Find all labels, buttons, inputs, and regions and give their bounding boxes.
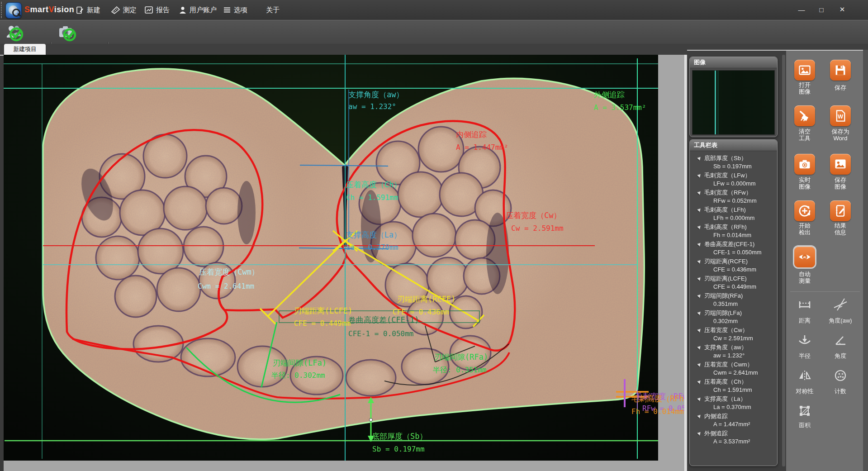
result-info-button[interactable] (830, 200, 851, 221)
tool-list-panel-header[interactable]: 工具栏表 (690, 140, 777, 151)
menu-measure[interactable]: 测定 (111, 0, 137, 20)
menu-options[interactable]: 选项 (223, 0, 247, 20)
tool-list-item[interactable]: 压着高度（Ch）Ch = 1.591mm (696, 378, 775, 395)
maximize-button[interactable]: □ (812, 3, 830, 16)
lfa-label: 刃端间隙(LFa) (273, 358, 327, 367)
tool-list-item[interactable]: 内侧追踪A = 1.447mm² (696, 412, 775, 429)
menu-about[interactable]: 关于 (266, 0, 280, 20)
tool-list-panel: 工具栏表 底部厚度（Sb）Sb = 0.197mm 毛刺宽度（LFw）LFw =… (689, 139, 778, 466)
rcfe-label: 刃端距离(RCFE) (397, 295, 455, 304)
tool-list-item[interactable]: 刃端距离(RCFE)CFE = 0.436mm (696, 257, 775, 275)
sb-thickness-label: 底部厚度（Sb） (372, 432, 427, 441)
save-image-label: 保存图像 (825, 176, 856, 190)
result-info-label: 结果信息 (825, 222, 856, 236)
tool-list-item[interactable]: 支撑高度（La）La = 0.370mm (696, 395, 775, 412)
tool-list-item[interactable]: 毛刺宽度（RFw）RFw = 0.052mm (696, 189, 775, 206)
tool-symmetry[interactable] (797, 369, 812, 382)
image-thumbnail[interactable] (692, 70, 775, 135)
tool-list-item[interactable]: 毛刺宽度（LFw）LFw = 0.000mm (696, 171, 775, 189)
tool-distance-label: 距离 (785, 317, 824, 325)
tool-list-item[interactable]: 底部厚度（Sb）Sb = 0.197mm (696, 154, 775, 171)
image-viewport[interactable]: 支撑角度（aw） aw = 1.232° 外侧追踪 A = 3.537mm² 内… (4, 55, 688, 471)
area-icon (797, 404, 812, 418)
tool-angle-aw[interactable] (833, 298, 848, 311)
tool-list-item[interactable]: 刃端距离(LCFE)CFE = 0.449mm (696, 275, 775, 292)
outer-trace-label: 外侧追踪 (594, 90, 625, 99)
start-detect-button[interactable] (794, 200, 815, 221)
menu-report[interactable]: 报告 (145, 0, 170, 20)
new-document-icon (76, 6, 84, 14)
tool-marker-icon (697, 242, 701, 246)
title-bar: SmartVision 新建 测定 报告 用户账户 选项 关于 — □ ✕ (0, 0, 868, 20)
lcfe-value: CFE = 0.449mm (294, 319, 351, 328)
rfa-label: 刃端间隙(RFa) (434, 352, 488, 362)
ruler-icon (111, 6, 120, 14)
tool-angle[interactable] (833, 334, 848, 347)
tool-angle-aw-label: 角度(aw) (821, 317, 860, 325)
measurement-canvas[interactable]: 支撑角度（aw） aw = 1.232° 外侧追踪 A = 3.537mm² 内… (4, 55, 688, 471)
tool-list-item[interactable]: 刃端间隙(LFa)0.302mm (696, 309, 775, 326)
tool-radius[interactable] (797, 334, 812, 347)
tool-list-item[interactable]: 支撑角度（aw）aw = 1.232° (696, 343, 775, 361)
discover-camera-icon[interactable] (57, 22, 77, 42)
tool-marker-icon (697, 190, 701, 195)
save-image-button[interactable] (830, 154, 851, 175)
tool-marker-icon (697, 380, 701, 384)
admin-user-icon[interactable] (5, 22, 24, 42)
tool-list-item[interactable]: 毛刺高度（LFh)LFh = 0.000mm (696, 206, 775, 223)
smartvision-window: SmartVision 新建 测定 报告 用户账户 选项 关于 — □ ✕ (0, 0, 868, 471)
tool-list-item[interactable]: 压着宽度（Cwm）Cwm = 2.641mm (696, 361, 775, 378)
tool-list-item[interactable]: 刃端间隙(RFa)0.351mm (696, 292, 775, 309)
tool-count[interactable] (833, 369, 848, 382)
tool-marker-icon (697, 208, 701, 212)
open-image-button[interactable] (794, 60, 815, 81)
window-edge (863, 50, 868, 471)
tool-count-label: 计数 (821, 387, 860, 395)
cw-width-label: 压着宽度（Cw） (506, 211, 561, 220)
image-panel-header[interactable]: 图像 (690, 57, 777, 68)
cfe1-label: 卷曲高度差(CFE-1) (348, 315, 419, 324)
save-floppy-icon (834, 63, 847, 77)
tool-marker-icon (697, 311, 701, 315)
cw-width-value: Cw = 2.591mm (511, 224, 564, 233)
broom-icon (798, 109, 811, 123)
minimize-button[interactable]: — (792, 3, 811, 16)
close-button[interactable]: ✕ (833, 3, 851, 16)
open-image-label: 打开图像 (789, 81, 821, 95)
rfa-value: 半径: 0.351mm (433, 366, 487, 374)
menu-new[interactable]: 新建 (76, 0, 100, 20)
tool-list-item[interactable]: 毛刺高度（RFh)Fh = 0.014mm (696, 223, 775, 240)
toolbar-grip[interactable] (1, 2, 3, 18)
la-height-value: La = 0.370mm (346, 243, 398, 252)
cwm-width-value: Cwm = 2.641mm (198, 282, 254, 290)
auto-measure-button[interactable]: AI (794, 247, 815, 267)
tool-symmetry-label: 对称性 (785, 387, 824, 395)
tool-area[interactable] (797, 404, 812, 418)
live-image-button[interactable] (794, 154, 815, 175)
outer-trace-value: A = 3.537mm² (594, 103, 646, 112)
save-as-word-button[interactable]: W (830, 105, 851, 126)
sb-thickness-value: Sb = 0.197mm (372, 445, 425, 453)
clear-tools-button[interactable] (794, 105, 815, 126)
inner-trace-value: A = 1.447mm² (456, 143, 508, 152)
tool-list-item[interactable]: 卷曲高度差(CFE-1)CFE-1 = 0.050mm (696, 240, 775, 257)
tool-marker-icon (697, 345, 701, 349)
radius-icon (797, 334, 812, 347)
tool-list-item[interactable]: 外侧追踪A = 3.537mm² (696, 429, 775, 447)
tool-distance[interactable] (797, 299, 812, 311)
lcfe-label: 刃端距离(LCFE) (294, 306, 352, 315)
save-image-icon (834, 157, 847, 171)
tab-new-project[interactable]: 新建项目 (4, 44, 46, 55)
tool-list-item[interactable]: 压着宽度（Cw）Cw = 2.591mm (696, 326, 775, 343)
tool-marker-icon (697, 276, 701, 281)
start-detect-label: 开始检出 (789, 222, 821, 236)
tool-list: 底部厚度（Sb）Sb = 0.197mm 毛刺宽度（LFw）LFw = 0.00… (690, 151, 777, 465)
auto-measure-eye-icon: AI (798, 250, 811, 264)
save-button[interactable] (830, 60, 851, 81)
menu-user-account[interactable]: 用户账户 (179, 0, 217, 20)
result-notes-icon (834, 204, 847, 218)
lfa-value: 半径: 0.302mm (271, 371, 325, 380)
auto-measure-label: 自动测量 (789, 271, 821, 284)
side-panel-scrollbar[interactable] (782, 55, 785, 466)
start-detect-icon (798, 204, 811, 218)
